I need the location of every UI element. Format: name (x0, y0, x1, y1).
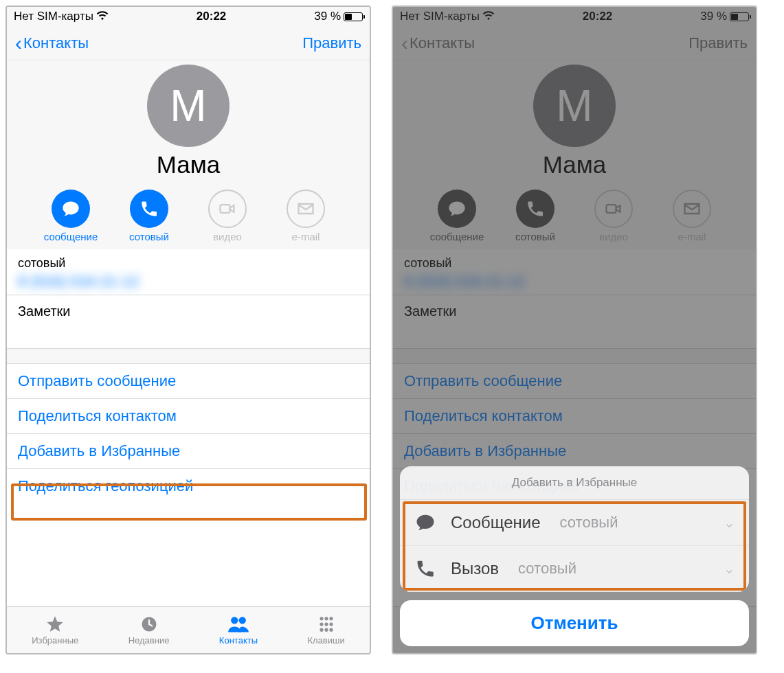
battery-icon (344, 12, 363, 21)
call-label: сотовый (129, 231, 169, 242)
tab-favorites-label: Избранные (32, 635, 78, 646)
send-message-row[interactable]: Отправить сообщение (7, 364, 370, 399)
chevron-down-icon: ⌄ (724, 560, 735, 577)
video-icon (208, 190, 247, 228)
video-action[interactable]: видео (200, 190, 255, 242)
edit-button[interactable]: Править (302, 34, 361, 52)
clock: 20:22 (197, 10, 226, 23)
mail-icon (287, 190, 325, 228)
back-button[interactable]: ‹ Контакты (15, 34, 89, 52)
message-label: сообщение (44, 231, 98, 242)
tab-keypad-label: Клавиши (307, 635, 344, 646)
carrier-text: Нет SIM-карты (14, 10, 93, 23)
tab-recents[interactable]: Недавние (128, 615, 170, 646)
svg-point-4 (320, 617, 323, 620)
notes-row[interactable]: Заметки (7, 295, 370, 349)
svg-point-5 (324, 617, 328, 620)
svg-point-7 (320, 622, 323, 626)
sheet-call-label: Вызов (451, 559, 499, 578)
svg-point-6 (329, 617, 333, 620)
email-action[interactable]: e-mail (278, 190, 333, 242)
svg-point-8 (324, 622, 328, 626)
sheet-call-option[interactable]: Вызов сотовый ⌄ (400, 546, 749, 592)
tab-bar: Избранные Недавние Контакты Клавиши (7, 606, 370, 653)
sheet-message-label: Сообщение (451, 513, 541, 532)
sheet-message-option[interactable]: Сообщение сотовый ⌄ (400, 500, 749, 546)
message-icon (414, 512, 437, 533)
phone-row[interactable]: сотовый 8 (916) 016-21-12 (7, 249, 370, 295)
back-label: Контакты (23, 34, 89, 52)
screenshot-right: Нет SIM-карты 20:22 39 % ‹ Контакты Прав… (392, 5, 757, 654)
sheet-call-sub: сотовый (518, 560, 576, 578)
message-icon (52, 190, 90, 228)
status-bar: Нет SIM-карты 20:22 39 % (7, 7, 370, 26)
svg-point-9 (329, 622, 333, 626)
svg-point-11 (324, 628, 328, 632)
tab-contacts[interactable]: Контакты (219, 615, 258, 646)
share-contact-row[interactable]: Поделиться контактом (7, 399, 370, 434)
nav-bar: ‹ Контакты Править (7, 26, 370, 60)
sheet-message-sub: сотовый (560, 514, 618, 532)
svg-rect-0 (221, 205, 230, 213)
svg-point-10 (320, 628, 323, 632)
phone-icon (130, 190, 168, 228)
phone-type-label: сотовый (18, 256, 359, 271)
svg-point-12 (329, 628, 333, 632)
details-section: сотовый 8 (916) 016-21-12 Заметки (7, 249, 370, 349)
screenshot-left: Нет SIM-карты 20:22 39 % ‹ Контакты Прав… (5, 5, 371, 654)
message-action[interactable]: сообщение (43, 190, 98, 242)
call-action[interactable]: сотовый (122, 190, 177, 242)
tab-favorites[interactable]: Избранные (32, 615, 78, 646)
section-gap (7, 349, 370, 364)
tab-keypad[interactable]: Клавиши (307, 615, 344, 646)
action-sheet: Добавить в Избранные Сообщение сотовый ⌄… (400, 466, 749, 646)
wifi-icon (96, 10, 109, 24)
sheet-cancel-button[interactable]: Отменить (400, 600, 749, 646)
video-label: видео (213, 231, 242, 242)
tab-recents-label: Недавние (128, 635, 170, 646)
contact-name: Мама (7, 151, 370, 179)
contact-header: М Мама сообщение сотовый видео (7, 60, 370, 249)
sheet-title: Добавить в Избранные (400, 466, 749, 500)
battery-pct: 39 % (314, 10, 341, 23)
actions-section: Отправить сообщение Поделиться контактом… (7, 364, 370, 503)
svg-point-3 (239, 617, 246, 624)
avatar: М (147, 65, 229, 147)
add-favorite-row[interactable]: Добавить в Избранные (7, 434, 370, 469)
chevron-down-icon: ⌄ (724, 514, 735, 531)
svg-point-2 (231, 617, 238, 624)
tab-contacts-label: Контакты (219, 635, 258, 646)
phone-number: 8 (916) 016-21-12 (18, 273, 359, 290)
email-label: e-mail (292, 231, 320, 242)
quick-actions: сообщение сотовый видео e-mail (7, 190, 370, 242)
phone-icon (414, 558, 437, 579)
sheet-options: Добавить в Избранные Сообщение сотовый ⌄… (400, 466, 749, 592)
share-location-row[interactable]: Поделиться геопозицией (7, 469, 370, 503)
